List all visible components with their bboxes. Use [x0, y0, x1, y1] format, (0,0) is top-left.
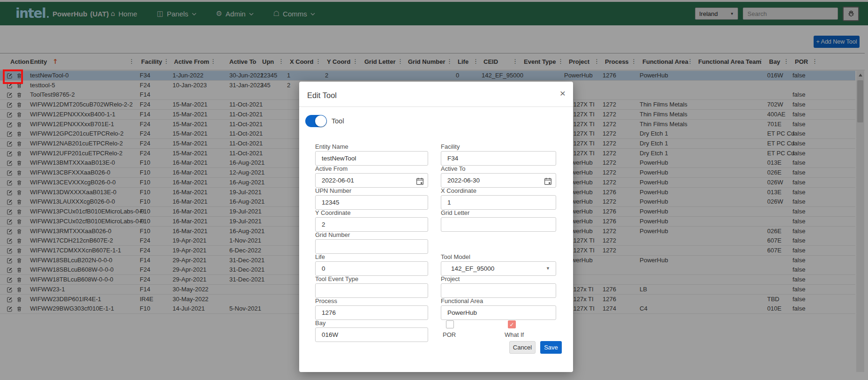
functional-area-field[interactable]: PowerHub [441, 305, 556, 320]
field-label: UPN Number [315, 187, 351, 194]
grid-number-field[interactable] [315, 239, 428, 254]
cancel-button[interactable]: Cancel [509, 341, 536, 354]
y-coordinate-field[interactable]: 2 [315, 217, 428, 232]
annotation-highlight [3, 69, 23, 84]
calendar-icon[interactable] [544, 176, 552, 190]
checkbox-label: What If [505, 331, 524, 338]
project-field[interactable] [441, 283, 556, 298]
tool-model-select[interactable]: 142_EF_95000▼ [441, 261, 556, 276]
por-checkbox[interactable] [446, 320, 454, 328]
field-label: Process [315, 297, 337, 304]
dialog-divider [299, 106, 573, 107]
bay-field[interactable]: 016W [315, 327, 428, 342]
field-label: Tool Event Type [315, 275, 358, 282]
entity-name-field[interactable]: testNewTool [315, 151, 428, 166]
chevron-down-icon: ▼ [546, 262, 550, 275]
active-to-field[interactable]: 2022-06-30 [441, 173, 556, 188]
app-root: intel PowerHub (UAT) ⌂Home◫Panels⚙Admin☖… [0, 0, 868, 380]
field-label: Project [441, 275, 460, 282]
field-label: Facility [441, 143, 460, 150]
field-label: Tool Model [441, 253, 470, 260]
tool-toggle[interactable] [305, 115, 327, 127]
field-label: Bay [315, 319, 325, 327]
field-label: Entity Name [315, 143, 348, 150]
upn-number-field[interactable]: 12345 [315, 195, 428, 210]
checkbox-label: POR [443, 331, 456, 338]
tool-event-type-field[interactable] [315, 283, 428, 298]
close-icon[interactable]: × [560, 88, 566, 98]
field-label: Grid Letter [441, 209, 469, 216]
life-field[interactable]: 0 [315, 261, 428, 276]
toggle-knob [315, 115, 326, 127]
field-label: Functional Area [441, 297, 483, 304]
field-label: Y Coordinate [315, 209, 351, 216]
process-field[interactable]: 1276 [315, 305, 428, 320]
calendar-icon[interactable] [416, 176, 424, 190]
edit-tool-dialog: Edit Tool × Tool Entity NametestNewToolF… [299, 82, 573, 372]
save-button[interactable]: Save [540, 341, 562, 354]
field-label: Life [315, 253, 325, 260]
dialog-title: Edit Tool [307, 91, 337, 100]
x-coordinate-field[interactable]: 1 [441, 195, 556, 210]
facility-field[interactable]: F34 [441, 151, 556, 166]
what-if-checkbox[interactable]: ✓ [508, 320, 516, 328]
field-label: Active From [315, 165, 347, 172]
field-label: Active To [441, 165, 466, 172]
field-label: X Coordinate [441, 187, 476, 194]
active-from-field[interactable]: 2022-06-01 [315, 173, 428, 188]
toggle-label: Tool [332, 117, 344, 125]
field-label: Grid Number [315, 231, 350, 238]
grid-letter-field[interactable] [441, 217, 556, 232]
